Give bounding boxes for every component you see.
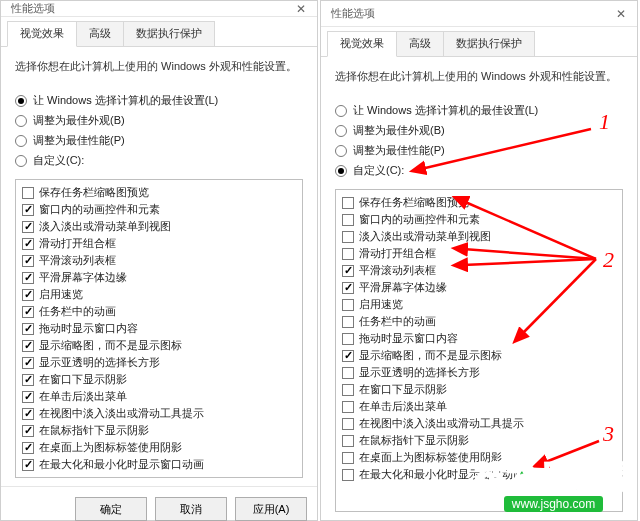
- option-label: 在鼠标指针下显示阴影: [39, 423, 149, 438]
- tabbar: 视觉效果 高级 数据执行保护: [1, 17, 317, 47]
- option-item[interactable]: 启用速览: [20, 286, 298, 303]
- checkbox-icon: [22, 204, 34, 216]
- svg-line-0: [421, 129, 591, 169]
- option-item[interactable]: 拖动时显示窗口内容: [20, 320, 298, 337]
- checkbox-icon: [22, 289, 34, 301]
- annotation-1: 1: [599, 109, 610, 135]
- option-item[interactable]: 在最大化和最小化时显示窗口动画: [20, 456, 298, 473]
- option-label: 在最大化和最小化时显示窗口动画: [39, 457, 204, 472]
- option-item[interactable]: 窗口内的动画控件和元素: [20, 201, 298, 218]
- radio-icon: [15, 155, 27, 167]
- checkbox-icon: [22, 323, 34, 335]
- checkbox-icon: [22, 272, 34, 284]
- radio-label: 调整为最佳外观(B): [33, 113, 125, 128]
- option-label: 在窗口下显示阴影: [39, 372, 127, 387]
- option-label: 任务栏中的动画: [39, 304, 116, 319]
- option-label: 启用速览: [39, 287, 83, 302]
- option-item[interactable]: 在视图中淡入淡出或滑动工具提示: [20, 405, 298, 422]
- checkbox-icon: [22, 306, 34, 318]
- checkbox-icon: [22, 459, 34, 471]
- options-listbox[interactable]: 保存任务栏缩略图预览窗口内的动画控件和元素淡入淡出或滑动菜单到视图滑动打开组合框…: [15, 179, 303, 478]
- option-label: 显示亚透明的选择长方形: [39, 355, 160, 370]
- radio-best-appearance[interactable]: 调整为最佳外观(B): [15, 113, 303, 128]
- option-label: 滑动打开组合框: [39, 236, 116, 251]
- option-item[interactable]: 淡入淡出或滑动菜单到视图: [20, 218, 298, 235]
- option-label: 在单击后淡出菜单: [39, 389, 127, 404]
- radio-custom[interactable]: 自定义(C):: [15, 153, 303, 168]
- checkbox-icon: [22, 187, 34, 199]
- radio-icon: [15, 115, 27, 127]
- svg-line-4: [521, 259, 596, 335]
- option-label: 平滑滚动列表框: [39, 253, 116, 268]
- option-label: 淡入淡出或滑动菜单到视图: [39, 219, 171, 234]
- annotation-arrows: [321, 1, 640, 521]
- close-icon[interactable]: ✕: [291, 2, 311, 16]
- checkbox-icon: [22, 238, 34, 250]
- option-item[interactable]: 在桌面上为图标标签使用阴影: [20, 439, 298, 456]
- window-title: 性能选项: [11, 1, 291, 16]
- option-item[interactable]: 显示亚透明的选择长方形: [20, 354, 298, 371]
- annotation-3: 3: [603, 421, 614, 447]
- prompt-text: 选择你想在此计算机上使用的 Windows 外观和性能设置。: [15, 59, 303, 74]
- checkbox-icon: [22, 374, 34, 386]
- checkbox-icon: [22, 340, 34, 352]
- option-item[interactable]: 滑动打开组合框: [20, 235, 298, 252]
- option-item[interactable]: 平滑屏幕字体边缘: [20, 269, 298, 286]
- ok-button[interactable]: 确定: [75, 497, 147, 521]
- radio-label: 调整为最佳性能(P): [33, 133, 125, 148]
- tab-advanced[interactable]: 高级: [76, 21, 124, 46]
- button-row: 确定 取消 应用(A): [1, 486, 317, 521]
- tab-visual-effects[interactable]: 视觉效果: [7, 21, 77, 47]
- apply-button[interactable]: 应用(A): [235, 497, 307, 521]
- option-label: 平滑屏幕字体边缘: [39, 270, 127, 285]
- radio-auto[interactable]: 让 Windows 选择计算机的最佳设置(L): [15, 93, 303, 108]
- checkbox-icon: [22, 357, 34, 369]
- option-item[interactable]: 任务栏中的动画: [20, 303, 298, 320]
- radio-best-performance[interactable]: 调整为最佳性能(P): [15, 133, 303, 148]
- tab-visual-effects[interactable]: 视觉效果: [327, 31, 397, 57]
- option-label: 在视图中淡入淡出或滑动工具提示: [39, 406, 204, 421]
- radio-icon: [15, 135, 27, 147]
- option-item[interactable]: 在鼠标指针下显示阴影: [20, 422, 298, 439]
- titlebar: 性能选项 ✕: [1, 1, 317, 17]
- option-item[interactable]: 显示缩略图，而不是显示图标: [20, 337, 298, 354]
- option-item[interactable]: 平滑滚动列表框: [20, 252, 298, 269]
- checkbox-icon: [22, 255, 34, 267]
- checkbox-icon: [22, 425, 34, 437]
- left-panel: 性能选项 ✕ 视觉效果 高级 数据执行保护 选择你想在此计算机上使用的 Wind…: [0, 0, 318, 521]
- svg-line-5: [543, 441, 599, 463]
- radio-icon: [15, 95, 27, 107]
- option-label: 显示缩略图，而不是显示图标: [39, 338, 182, 353]
- option-label: 保存任务栏缩略图预览: [39, 185, 149, 200]
- checkbox-icon: [22, 442, 34, 454]
- radio-group: 让 Windows 选择计算机的最佳设置(L) 调整为最佳外观(B) 调整为最佳…: [15, 88, 303, 173]
- right-panel: 性能选项 ✕ 视觉效果 高级 数据执行保护 选择你想在此计算机上使用的 Wind…: [320, 0, 638, 521]
- tab-dep[interactable]: 数据执行保护: [123, 21, 215, 46]
- radio-label: 自定义(C):: [33, 153, 84, 168]
- option-item[interactable]: 在窗口下显示阴影: [20, 371, 298, 388]
- cancel-button[interactable]: 取消: [155, 497, 227, 521]
- checkbox-icon: [22, 408, 34, 420]
- checkbox-icon: [22, 391, 34, 403]
- radio-label: 让 Windows 选择计算机的最佳设置(L): [33, 93, 218, 108]
- option-label: 拖动时显示窗口内容: [39, 321, 138, 336]
- option-label: 窗口内的动画控件和元素: [39, 202, 160, 217]
- option-label: 在桌面上为图标标签使用阴影: [39, 440, 182, 455]
- checkbox-icon: [22, 221, 34, 233]
- svg-line-3: [463, 259, 596, 265]
- annotation-2: 2: [603, 247, 614, 273]
- option-item[interactable]: 保存任务栏缩略图预览: [20, 184, 298, 201]
- option-item[interactable]: 在单击后淡出菜单: [20, 388, 298, 405]
